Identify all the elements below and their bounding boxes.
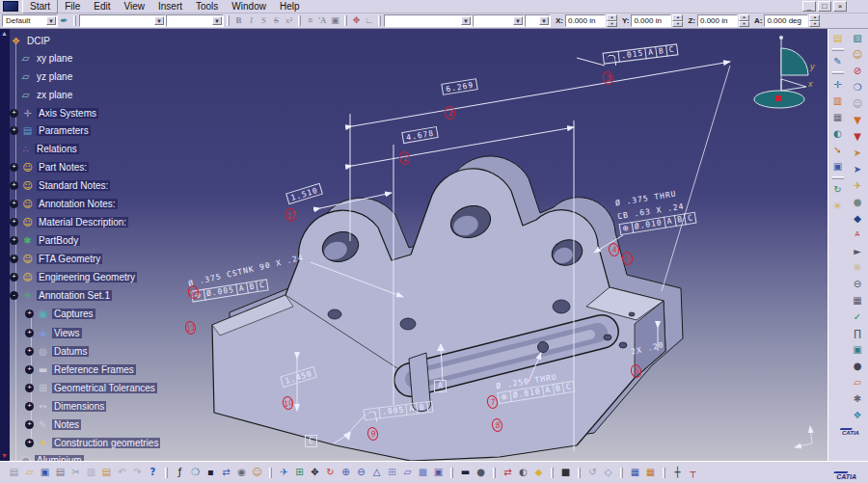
multi-view-icon[interactable]: ⊞ bbox=[386, 466, 398, 479]
formula-icon[interactable]: ƒ bbox=[174, 466, 186, 479]
team-icon[interactable]: ☺ bbox=[851, 48, 864, 61]
tree-item-part-notes[interactable]: +☺Part Notes: bbox=[10, 161, 89, 174]
font-combo[interactable]: ▼ bbox=[79, 14, 166, 27]
expander-icon[interactable]: + bbox=[25, 347, 34, 356]
3d-viewport[interactable]: y x ❖DCIP ▱xy plane ▱yz plane ▱zx plane … bbox=[10, 29, 827, 461]
print-icon[interactable]: ▤ bbox=[54, 466, 67, 479]
eraser-icon[interactable]: ◇ bbox=[602, 466, 614, 479]
tree-item-dimensions[interactable]: +↔Dimensions bbox=[25, 400, 106, 413]
annotation-note-icon[interactable]: ▤ bbox=[831, 32, 845, 44]
paintbrush-icon[interactable]: ✒ bbox=[58, 14, 70, 28]
expander-icon[interactable]: + bbox=[10, 181, 18, 190]
strikethrough-button[interactable]: S bbox=[270, 14, 283, 27]
expander-icon[interactable]: + bbox=[25, 309, 34, 318]
tree-item-engineering-geometry[interactable]: +☺Engineering Geometry bbox=[10, 271, 137, 283]
grid-table-icon[interactable]: ▦ bbox=[831, 111, 845, 123]
expander-icon[interactable]: + bbox=[25, 365, 34, 374]
justify-icon[interactable]: ≡ bbox=[304, 14, 316, 27]
pan-icon[interactable]: ✥ bbox=[309, 466, 321, 479]
layers-icon[interactable]: ▱ bbox=[851, 376, 864, 389]
expander-icon[interactable]: + bbox=[25, 384, 34, 392]
datum-target-icon[interactable]: ✛ bbox=[831, 78, 845, 91]
bench-icon[interactable]: ∏ bbox=[851, 327, 864, 339]
menu-tools[interactable]: Tools bbox=[189, 0, 225, 13]
menu-window[interactable]: Window bbox=[225, 0, 273, 13]
menu-start[interactable]: Start bbox=[22, 0, 58, 13]
save-icon[interactable]: ▣ bbox=[39, 466, 51, 479]
paste-icon[interactable]: ▤ bbox=[100, 466, 113, 479]
tree-item-xy-plane[interactable]: ▱xy plane bbox=[19, 52, 74, 65]
restore-icon[interactable]: □ bbox=[818, 1, 831, 12]
shaded-edges-icon[interactable]: ▣ bbox=[432, 466, 445, 479]
menu-file[interactable]: File bbox=[58, 0, 87, 13]
chat-icon[interactable]: ❍ bbox=[189, 466, 202, 479]
gears-icon[interactable]: ✱ bbox=[851, 392, 864, 405]
menu-view[interactable]: View bbox=[117, 0, 151, 13]
star-icon[interactable]: ✳ bbox=[831, 200, 845, 212]
tree-expand-icon[interactable]: ┼ bbox=[671, 466, 684, 479]
zoom-out-icon[interactable]: ⊖ bbox=[355, 466, 367, 479]
forbid-icon[interactable]: ⊘ bbox=[851, 65, 864, 77]
anchor-point-icon[interactable]: ✥ bbox=[350, 14, 363, 27]
expander-icon[interactable]: + bbox=[10, 163, 18, 172]
underline-button[interactable]: S bbox=[258, 14, 270, 27]
minimize-icon[interactable]: _ bbox=[802, 1, 816, 12]
a-field[interactable]: 0.000 deg bbox=[764, 14, 808, 27]
style-combo[interactable]: Default▼ bbox=[2, 14, 58, 27]
plane-hand-icon[interactable]: ✈ bbox=[851, 179, 864, 192]
size-combo[interactable]: ▼ bbox=[166, 14, 224, 27]
toolbox-icon[interactable]: ▥ bbox=[831, 94, 845, 107]
tree-item-datums[interactable]: +◎Datums bbox=[25, 345, 89, 358]
tree-item-notes[interactable]: +✎Notes bbox=[25, 418, 81, 431]
cut-icon[interactable]: ✂ bbox=[69, 466, 82, 479]
copy-icon[interactable]: ▥ bbox=[85, 466, 97, 479]
shaded-icon[interactable]: ■ bbox=[417, 466, 429, 479]
swap-visible-icon[interactable]: ⇄ bbox=[502, 466, 514, 479]
fit-all-icon[interactable]: ⊞ bbox=[293, 466, 306, 479]
minus-circle-icon[interactable]: ⊖ bbox=[851, 278, 864, 290]
expander-icon[interactable]: + bbox=[10, 200, 18, 208]
zoom-in-icon[interactable]: ⊕ bbox=[339, 466, 352, 479]
z-field[interactable]: 0.000 in bbox=[697, 14, 738, 27]
snap-grid-icon[interactable]: ▦ bbox=[644, 466, 657, 479]
widget-icon[interactable]: ❖ bbox=[851, 409, 864, 421]
tree-item-zx-plane[interactable]: ▱zx plane bbox=[19, 89, 74, 101]
view-frame-icon[interactable]: ▣ bbox=[831, 160, 845, 173]
users-icon[interactable]: ☺ bbox=[851, 97, 864, 110]
tree-item-aluminium[interactable]: ●Aluminium bbox=[19, 454, 84, 461]
person-box-icon[interactable]: ☺ bbox=[251, 466, 263, 479]
font-color-icon[interactable]: 'A bbox=[316, 14, 329, 27]
menu-insert[interactable]: Insert bbox=[151, 0, 189, 13]
y-field[interactable]: 0.000 in bbox=[631, 14, 671, 27]
tree-collapse-icon[interactable]: ┬ bbox=[687, 466, 699, 479]
runner-icon[interactable]: ➤ bbox=[851, 147, 864, 159]
italic-button[interactable]: I bbox=[245, 14, 258, 27]
bulb-icon[interactable]: ☼ bbox=[851, 261, 864, 274]
z-stepper[interactable]: ▲▼ bbox=[739, 14, 749, 27]
tree-item-construction-geometries[interactable]: +✶Construction geometries bbox=[25, 437, 160, 449]
expander-icon[interactable]: + bbox=[25, 439, 34, 447]
tree-item-captures[interactable]: +▣Captures bbox=[25, 308, 95, 320]
menu-edit[interactable]: Edit bbox=[87, 0, 117, 13]
view-eye-icon[interactable]: ◐ bbox=[831, 127, 845, 140]
bold-button[interactable]: B bbox=[232, 14, 245, 27]
a-stepper[interactable]: ▲▼ bbox=[809, 14, 820, 27]
superscript-button[interactable]: x² bbox=[283, 14, 295, 27]
tree-scrollbar[interactable]: ▲ ▼ bbox=[0, 29, 10, 461]
lock2-icon[interactable]: ◆ bbox=[532, 466, 545, 479]
open-icon[interactable]: ▱ bbox=[23, 466, 36, 479]
power-input-icon[interactable]: ▪ bbox=[204, 466, 217, 479]
frame2-icon[interactable]: ▣ bbox=[851, 343, 864, 356]
hide-show-icon[interactable]: ◐ bbox=[517, 466, 529, 479]
wide-combo[interactable]: ▼ bbox=[384, 14, 473, 27]
tree-item-views[interactable]: +◈Views bbox=[25, 327, 82, 339]
close-icon[interactable]: × bbox=[833, 1, 847, 12]
stamp-red-icon[interactable]: ▼ bbox=[851, 130, 864, 143]
sweep-icon[interactable]: ➘ bbox=[831, 144, 845, 156]
dark-camera-icon[interactable]: ■ bbox=[559, 466, 572, 479]
screen-icon[interactable]: ▬ bbox=[459, 466, 472, 479]
tree-item-fta-geometry[interactable]: +☺FTA Geometry bbox=[10, 253, 102, 265]
stamp-orange-icon[interactable]: ▼ bbox=[851, 114, 864, 126]
scroll-down-icon[interactable]: ▼ bbox=[1, 452, 8, 459]
tree-item-dcip[interactable]: ❖DCIP bbox=[10, 35, 52, 47]
